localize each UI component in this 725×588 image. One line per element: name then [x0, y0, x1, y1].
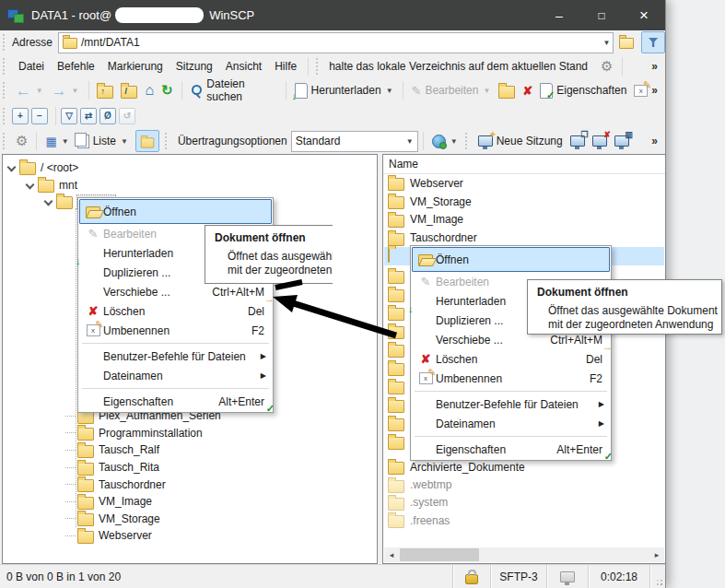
session-duration[interactable]: 0:02:18 [588, 565, 649, 588]
tree-item[interactable]: VM_Image [65, 493, 221, 511]
tree-item[interactable]: Tausch_Rita [65, 459, 221, 476]
duplicate-session-button[interactable]: ❐ [567, 130, 589, 152]
close-session-button[interactable]: ✘ [589, 130, 611, 152]
scroll-left-icon[interactable]: ◂ [384, 547, 399, 562]
download-button[interactable]: Herunterladen ▼ [291, 79, 398, 101]
toolbar-grip[interactable] [316, 58, 322, 75]
context-menu-item[interactable]: Dateinamen ▶ [412, 414, 610, 433]
file-row[interactable]: .freenas [384, 512, 664, 529]
tree-item[interactable]: VM_Storage [65, 511, 221, 528]
refresh-button[interactable]: ↻ [158, 79, 177, 101]
select-filter-button[interactable]: ▽ [61, 108, 77, 124]
chevron-expanded-icon[interactable] [43, 197, 53, 206]
toolbar-grip[interactable] [3, 133, 8, 149]
properties-button[interactable]: Eigenschaften [536, 79, 630, 101]
menu-bar-item[interactable]: Datei [12, 56, 51, 76]
tree-item-root[interactable]: / <root> [6, 159, 78, 176]
list-view-button[interactable]: Liste ▼ [74, 130, 133, 152]
panel-layout-button[interactable]: ▦▼ [41, 130, 73, 152]
context-menu-item[interactable]: Benutzer-Befehle für Dateien ▶ [412, 394, 610, 414]
encryption-status[interactable] [452, 565, 490, 588]
tree-item[interactable]: Webserver [65, 527, 221, 545]
toolbar-grip[interactable] [3, 34, 8, 51]
context-menu-item[interactable]: Eigenschaften Alt+Enter [412, 440, 610, 459]
synchronize-browsing-button[interactable]: ▼ [428, 130, 462, 152]
toolbar-grip[interactable] [3, 82, 8, 99]
select-add-button[interactable]: + [12, 108, 29, 124]
selected-file-row[interactable] [388, 249, 390, 262]
chevron-expanded-icon[interactable] [6, 163, 16, 172]
address-combobox[interactable]: /mnt/DATA1 ▼ [58, 32, 614, 53]
toolbar-grip[interactable] [3, 58, 8, 75]
preferences-button[interactable]: ⚙ [12, 130, 31, 152]
close-button[interactable]: × [623, 0, 665, 30]
gear-icon[interactable]: ⚙ [601, 58, 613, 75]
find-files-button[interactable]: Dateien suchen [187, 79, 281, 101]
resize-grip[interactable] [649, 565, 665, 588]
tree-item-mnt[interactable]: mnt [25, 176, 77, 194]
toolbar-overflow-chevron[interactable]: » [651, 84, 658, 97]
file-row[interactable]: .webtmp [384, 476, 664, 493]
new-session-button[interactable]: ✦ Neue Sitzung [474, 130, 567, 152]
toolbar-overflow-chevron[interactable]: » [651, 60, 658, 73]
toolbar-grip[interactable] [3, 108, 8, 124]
menu-bar-item[interactable]: Befehle [51, 56, 101, 76]
file-row[interactable]: .system [384, 494, 664, 512]
chevron-down-icon[interactable]: ▼ [62, 137, 69, 146]
toolbar-grip[interactable] [165, 133, 170, 149]
file-row[interactable]: Webserver [384, 174, 664, 193]
context-menu-item[interactable] [412, 388, 610, 394]
forward-button[interactable]: →▼ [48, 79, 84, 101]
rename-button[interactable] [630, 79, 651, 101]
tree-item[interactable]: Tausch_Ralf [65, 441, 221, 459]
chevron-down-icon[interactable]: ▼ [602, 39, 610, 47]
file-row[interactable] [388, 359, 404, 377]
home-directory-button[interactable]: ⌂ [141, 79, 158, 101]
filter-button[interactable] [641, 31, 665, 53]
root-directory-button[interactable]: / [117, 79, 141, 101]
context-menu-item[interactable]: Öffnen [79, 199, 272, 224]
tree-view-toggle[interactable] [135, 130, 159, 152]
invert-selection-button[interactable]: ⇄ [80, 108, 97, 124]
back-button[interactable]: ←▼ [12, 79, 48, 101]
context-menu-item[interactable]: Öffnen [412, 247, 610, 272]
file-row[interactable]: VM_Image [384, 211, 664, 229]
context-menu-item[interactable]: Dateinamen ▶ [79, 366, 272, 385]
scrollbar-thumb[interactable] [400, 548, 479, 561]
context-menu-item[interactable] [412, 433, 610, 440]
context-menu-item[interactable]: Umbenennen F2 [79, 321, 272, 340]
protocol-status[interactable]: SFTP-3 [490, 565, 546, 588]
keep-uptodate-command[interactable]: halte das lokale Verzeichnis auf dem akt… [329, 60, 588, 73]
column-header-name[interactable]: Name [383, 155, 665, 174]
parent-directory-button[interactable]: ↑ [93, 79, 117, 101]
chevron-down-icon[interactable]: ▼ [406, 137, 414, 146]
toolbar-grip[interactable] [465, 133, 471, 149]
select-remove-button[interactable]: − [31, 108, 48, 124]
chevron-down-icon[interactable]: ▼ [121, 137, 128, 146]
save-session-button[interactable]: ▥ [611, 130, 633, 152]
context-menu-item[interactable] [79, 340, 272, 347]
horizontal-scrollbar[interactable]: ◂ ▸ [384, 547, 664, 562]
session-status[interactable] [546, 565, 588, 588]
context-menu-item[interactable]: Eigenschaften Alt+Enter [79, 392, 272, 411]
clear-selection-button[interactable]: Ø [99, 108, 116, 124]
context-menu-item[interactable]: Löschen Del [412, 349, 610, 369]
context-menu-item[interactable]: Benutzer-Befehle für Dateien ▶ [79, 347, 272, 366]
tree-item[interactable]: Tauschordner [65, 476, 221, 493]
menu-bar-item[interactable]: Sitzung [170, 56, 219, 76]
transfer-settings-combobox[interactable]: Standard ▼ [291, 131, 418, 152]
open-directory-button[interactable] [616, 32, 638, 53]
menu-bar-item[interactable]: Ansicht [219, 56, 268, 76]
chevron-down-icon[interactable]: ▼ [386, 87, 393, 95]
minimize-button[interactable]: – [538, 0, 580, 30]
file-row[interactable]: VM_Storage [384, 193, 664, 211]
context-menu-item[interactable]: Verschiebe ... Ctrl+Alt+M [79, 282, 272, 301]
maximize-button[interactable]: □ [580, 0, 623, 30]
file-row[interactable] [388, 377, 404, 395]
file-row[interactable] [388, 395, 404, 414]
restore-selection-button[interactable]: ↺ [119, 108, 135, 124]
file-row[interactable] [388, 414, 404, 432]
context-menu-item[interactable]: Umbenennen F2 [412, 369, 610, 388]
file-row[interactable] [388, 432, 404, 451]
chevron-expanded-icon[interactable] [25, 181, 34, 190]
